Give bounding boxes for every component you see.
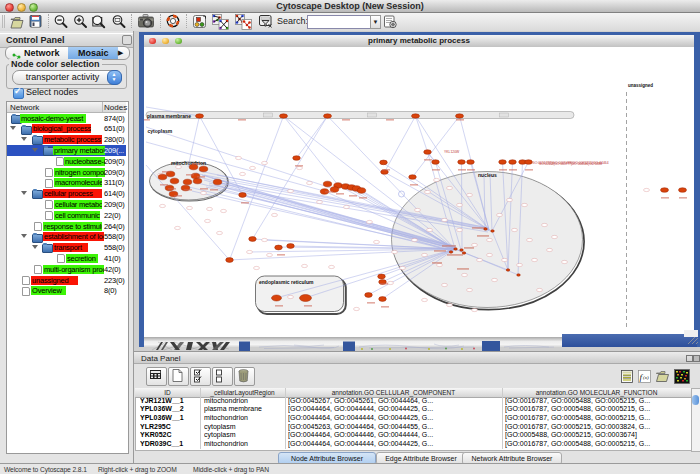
svg-text:(x): (x) bbox=[643, 375, 649, 380]
svg-text:unassigned: unassigned bbox=[628, 83, 653, 88]
svg-text:endoplasmic reticulum: endoplasmic reticulum bbox=[259, 279, 314, 285]
svg-text:nucleus: nucleus bbox=[478, 172, 497, 178]
svg-text:YKL120W: YKL120W bbox=[444, 150, 460, 154]
svg-text:GO:00468|GO:005777|GO:004546|G: GO:00468|GO:005777|GO:004546|GO:0888 bbox=[539, 162, 602, 166]
